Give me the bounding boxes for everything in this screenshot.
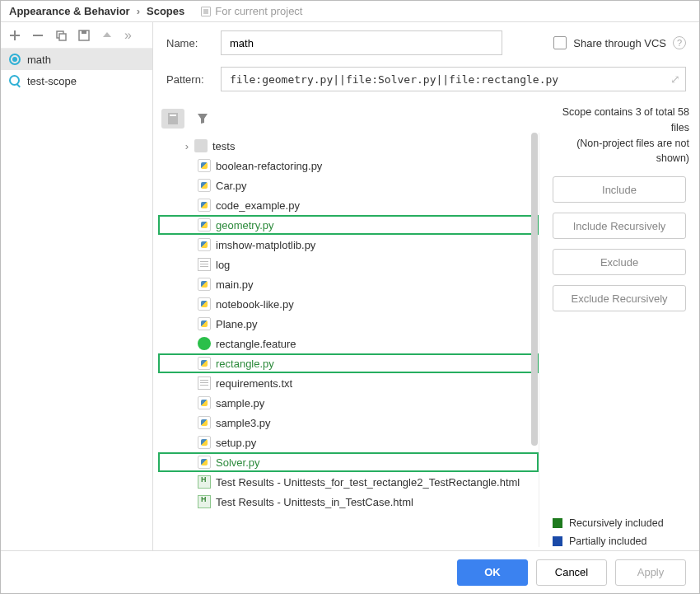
share-vcs-checkbox[interactable] [553,36,567,49]
tree-file[interactable]: notebook-like.py [158,294,539,314]
file-name: rectangle.py [216,358,274,370]
file-name: Plane.py [216,318,258,330]
file-name: notebook-like.py [216,298,294,311]
pattern-input[interactable]: file:geometry.py||file:Solver.py||file:r… [221,67,686,91]
txt-file-icon [198,377,211,390]
shared-scope-icon [9,75,21,87]
exclude-button[interactable]: Exclude [553,249,686,275]
legend-partial-icon [553,536,562,546]
name-label: Name: [166,37,221,49]
for-current-project-label: For current project [201,5,302,17]
tree-file[interactable]: sample.py [158,393,539,413]
help-icon[interactable]: ? [673,36,686,49]
tree-file[interactable]: setup.py [158,433,539,452]
dialog-buttons: OK Cancel Apply [1,550,699,593]
include-recursively-button[interactable]: Include Recursively [553,213,686,239]
svg-rect-3 [82,30,86,34]
chevron-right-icon[interactable]: › [183,140,191,152]
scope-list: math test-scope [1,49,152,550]
tree-file[interactable]: geometry.py [158,215,539,235]
file-name: Car.py [216,180,247,192]
scrollbar[interactable] [530,133,539,547]
tree-file[interactable]: Solver.py [158,452,539,472]
file-name: Solver.py [216,456,259,469]
tree-file[interactable]: Car.py [158,175,539,195]
exclude-recursively-button[interactable]: Exclude Recursively [553,285,686,311]
chevron-right-icon: › [137,5,140,17]
html-file-icon [198,475,211,489]
project-view-icon[interactable] [161,109,184,129]
more-icon[interactable]: » [124,28,129,43]
pattern-label: Pattern: [166,73,221,86]
file-name: boolean-refactoring.py [216,160,322,172]
py-file-icon [198,436,211,449]
ok-button[interactable]: OK [457,559,528,586]
remove-icon[interactable] [32,30,44,41]
tree-file[interactable]: imshow-matplotlib.py [158,235,539,255]
up-icon[interactable] [101,30,113,41]
tree-folder[interactable]: ›tests [158,136,539,156]
scope-item-label: test-scope [27,75,77,87]
file-name: requirements.txt [216,377,292,390]
scope-item-math[interactable]: math [1,49,152,70]
html-file-icon [198,495,211,508]
file-name: tests [212,140,235,152]
name-input[interactable] [221,30,502,55]
py-file-icon [198,357,211,370]
file-name: code_example.py [216,199,300,212]
txt-file-icon [198,258,211,271]
py-file-icon [198,278,211,291]
file-name: geometry.py [216,219,274,232]
tree-file[interactable]: rectangle.py [158,353,539,373]
tree-file[interactable]: requirements.txt [158,373,539,393]
file-name: Test Results - Unittests_in_TestCase.htm… [216,496,413,508]
project-icon [201,7,211,16]
legend: Recursively included Partially included [553,511,686,547]
py-file-icon [198,179,211,192]
tree-file[interactable]: main.py [158,274,539,294]
py-file-icon [198,218,211,232]
py-file-icon [198,396,211,409]
file-name: main.py [216,278,254,291]
copy-icon[interactable] [55,30,67,41]
tree-file[interactable]: boolean-refactoring.py [158,156,539,175]
py-file-icon [198,416,211,429]
py-file-icon [198,238,211,251]
scope-item-test-scope[interactable]: test-scope [1,70,152,91]
add-icon[interactable] [9,30,21,41]
scope-info: Scope contains 3 of total 58 files (Non-… [553,105,689,166]
save-icon[interactable] [78,30,90,41]
file-name: imshow-matplotlib.py [216,239,315,251]
tree-file[interactable]: Test Results - Unittests_for_test_rectan… [158,472,539,492]
feature-file-icon [198,337,211,350]
folder-file-icon [194,139,208,152]
tree-file[interactable]: code_example.py [158,195,539,215]
file-name: sample.py [216,397,264,409]
file-name: rectangle.feature [216,338,296,350]
py-file-icon [198,199,211,212]
apply-button[interactable]: Apply [615,559,686,586]
file-tree[interactable]: ›testsboolean-refactoring.pyCar.pycode_e… [158,133,539,547]
local-scope-icon [9,54,21,65]
legend-recursive-icon [553,518,562,528]
tree-file[interactable]: Test Results - Unittests_in_TestCase.htm… [158,492,539,512]
filter-icon[interactable] [196,112,209,125]
breadcrumb-root[interactable]: Appearance & Behavior [9,5,130,17]
tree-file[interactable]: Plane.py [158,314,539,334]
breadcrumb: Appearance & Behavior › Scopes [1,5,193,17]
include-button[interactable]: Include [553,176,686,203]
py-file-icon [198,159,211,172]
sidebar-toolbar: » [1,22,152,49]
tree-file[interactable]: sample3.py [158,413,539,433]
py-file-icon [198,317,211,330]
svg-rect-5 [170,115,176,116]
file-name: sample3.py [216,417,270,429]
scope-item-label: math [27,54,51,66]
tree-file[interactable]: rectangle.feature [158,334,539,353]
svg-rect-1 [59,34,66,40]
share-vcs-label: Share through VCS [573,37,666,49]
expand-icon[interactable]: ⤢ [670,72,680,86]
tree-file[interactable]: log [158,255,539,274]
file-name: Test Results - Unittests_for_test_rectan… [216,476,520,489]
cancel-button[interactable]: Cancel [536,559,607,586]
